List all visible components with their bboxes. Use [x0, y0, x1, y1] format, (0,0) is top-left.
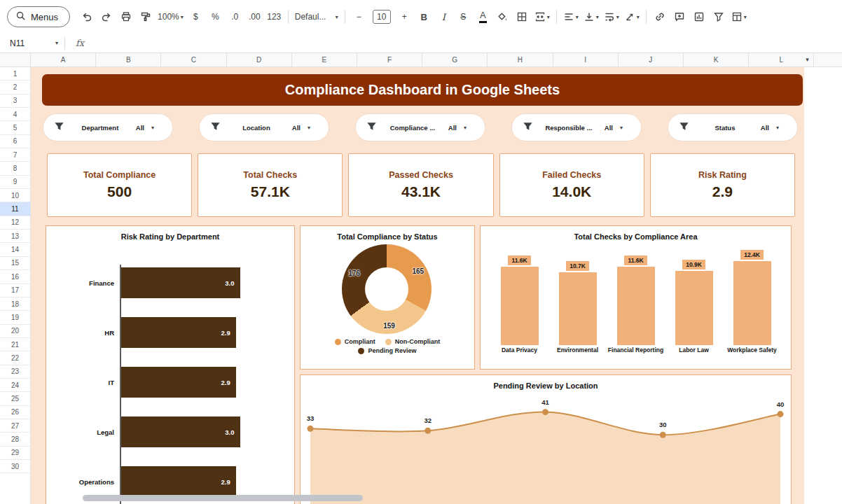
redo-button[interactable]: [97, 8, 116, 26]
column-header-B[interactable]: B: [96, 53, 161, 66]
percent-format-button[interactable]: %: [206, 8, 225, 26]
row-header-30[interactable]: 30: [0, 460, 30, 473]
increase-decimal-button[interactable]: .00: [245, 8, 264, 26]
column-header-J[interactable]: J: [619, 53, 684, 66]
chart-total-compliance-by-status[interactable]: Total Compliance by Status 165159176 Com…: [300, 225, 475, 370]
filter-department[interactable]: DepartmentAll▾: [43, 114, 172, 141]
row-header-28[interactable]: 28: [0, 433, 30, 446]
chart-risk-rating-by-department[interactable]: Risk Rating by Department Finance3.0HR2.…: [46, 225, 295, 504]
row-header-14[interactable]: 14: [0, 243, 30, 256]
row-header-7[interactable]: 7: [0, 148, 30, 162]
create-filter-button[interactable]: [710, 8, 729, 26]
filter-location[interactable]: LocationAll▾: [200, 114, 329, 141]
insert-chart-button[interactable]: [690, 8, 709, 26]
kpi-failed-checks: Failed Checks14.0K: [499, 153, 644, 217]
insert-link-button[interactable]: [651, 8, 670, 26]
row-header-13[interactable]: 13: [0, 230, 30, 243]
increase-font-size-button[interactable]: +: [395, 8, 414, 26]
paint-format-button[interactable]: [136, 8, 155, 26]
row-header-9[interactable]: 9: [0, 176, 30, 189]
row-header-17[interactable]: 17: [0, 284, 30, 298]
decrease-font-size-button[interactable]: −: [350, 8, 368, 26]
column-header-I[interactable]: I: [553, 53, 619, 66]
formula-bar-divider: [64, 37, 65, 50]
row-header-5[interactable]: 5: [0, 121, 30, 134]
filter-responsible[interactable]: Responsible ...All▾: [512, 114, 641, 141]
insert-comment-button[interactable]: [670, 8, 689, 26]
merge-cells-icon: [534, 11, 546, 22]
column-header-H[interactable]: H: [488, 53, 553, 66]
print-button[interactable]: [116, 8, 135, 26]
row-header-21[interactable]: 21: [0, 338, 30, 351]
row-header-19[interactable]: 19: [0, 311, 30, 324]
row-header-16[interactable]: 16: [0, 270, 30, 284]
horizontal-align-button[interactable]: ▾: [561, 8, 581, 26]
column-header-E[interactable]: E: [292, 53, 357, 66]
chevron-down-icon: ▾: [776, 125, 779, 131]
chevron-down-icon: ▾: [616, 14, 619, 20]
row-header-29[interactable]: 29: [0, 447, 30, 460]
column-header-D[interactable]: D: [227, 53, 292, 66]
column-header-rest: ▾: [814, 53, 842, 66]
bold-button[interactable]: B: [415, 8, 434, 26]
row-header-15[interactable]: 15: [0, 257, 30, 270]
chart-total-checks-by-compliance-area[interactable]: Total Checks by Compliance Area 11.6K10.…: [480, 225, 792, 370]
row-header-4[interactable]: 4: [0, 108, 30, 121]
currency-format-button[interactable]: $: [186, 8, 205, 26]
vertical-align-button[interactable]: ▾: [581, 8, 601, 26]
row-header-24[interactable]: 24: [0, 379, 30, 392]
filter-compliance[interactable]: Compliance ...All▾: [356, 114, 485, 141]
bar-category-label: Operations: [52, 478, 120, 486]
column-header-K[interactable]: K: [684, 53, 749, 66]
row-header-8[interactable]: 8: [0, 162, 30, 175]
row-header-12[interactable]: 12: [0, 216, 30, 230]
font-select[interactable]: Defaul...▾: [293, 8, 340, 26]
more-formats-button[interactable]: 123: [265, 8, 284, 26]
row-header-2[interactable]: 2: [0, 80, 30, 94]
row-header-10[interactable]: 10: [0, 189, 30, 202]
horizontal-scrollbar[interactable]: [83, 495, 363, 501]
decrease-decimal-button[interactable]: .0: [226, 8, 244, 26]
chart-pending-review-by-location[interactable]: Pending Review by Location 3332413040: [300, 374, 792, 504]
strikethrough-button[interactable]: S: [454, 8, 473, 26]
text-rotation-button[interactable]: ▾: [622, 8, 642, 26]
chevron-down-icon[interactable]: ▾: [806, 56, 809, 63]
row-header-20[interactable]: 20: [0, 325, 30, 338]
italic-button[interactable]: I: [434, 8, 453, 26]
row-header-3[interactable]: 3: [0, 94, 30, 108]
fill-color-button[interactable]: [493, 8, 512, 26]
column-header-L[interactable]: L: [749, 53, 814, 66]
select-all-corner[interactable]: [0, 53, 31, 66]
menus-label: Menus: [31, 12, 58, 22]
zoom-select[interactable]: 100%▾: [156, 8, 186, 26]
bar-group-labor-law: 10.9K: [675, 246, 713, 345]
row-header-11[interactable]: 11: [0, 202, 30, 216]
row-header-25[interactable]: 25: [0, 392, 30, 405]
text-color-button[interactable]: A: [474, 8, 492, 26]
print-icon: [120, 11, 132, 22]
borders-button[interactable]: [513, 8, 532, 26]
menus-button[interactable]: Menus: [7, 6, 70, 27]
text-wrap-button[interactable]: ▾: [602, 8, 621, 26]
bar-value-label: 3.0: [225, 428, 234, 436]
table-views-button[interactable]: ▾: [729, 8, 749, 26]
row-header-22[interactable]: 22: [0, 351, 30, 365]
column-header-F[interactable]: F: [357, 53, 422, 66]
font-size-input[interactable]: 10: [369, 8, 394, 26]
bar-row-it: IT2.9: [52, 367, 283, 398]
column-header-A[interactable]: A: [31, 53, 96, 66]
filter-status[interactable]: StatusAll▾: [668, 114, 797, 141]
merge-cells-button[interactable]: ▾: [532, 8, 552, 26]
row-header-6[interactable]: 6: [0, 135, 30, 148]
row-header-1[interactable]: 1: [0, 67, 30, 80]
row-header-27[interactable]: 27: [0, 419, 30, 433]
column-header-G[interactable]: G: [422, 53, 488, 66]
row-header-18[interactable]: 18: [0, 298, 30, 311]
name-box[interactable]: N11 ▾: [0, 34, 64, 52]
row-header-26[interactable]: 26: [0, 406, 30, 419]
font-size-input-label: 10: [373, 10, 391, 24]
row-header-23[interactable]: 23: [0, 365, 30, 379]
undo-button[interactable]: [77, 8, 96, 26]
column-header-C[interactable]: C: [161, 53, 226, 66]
undo-icon: [81, 11, 92, 22]
